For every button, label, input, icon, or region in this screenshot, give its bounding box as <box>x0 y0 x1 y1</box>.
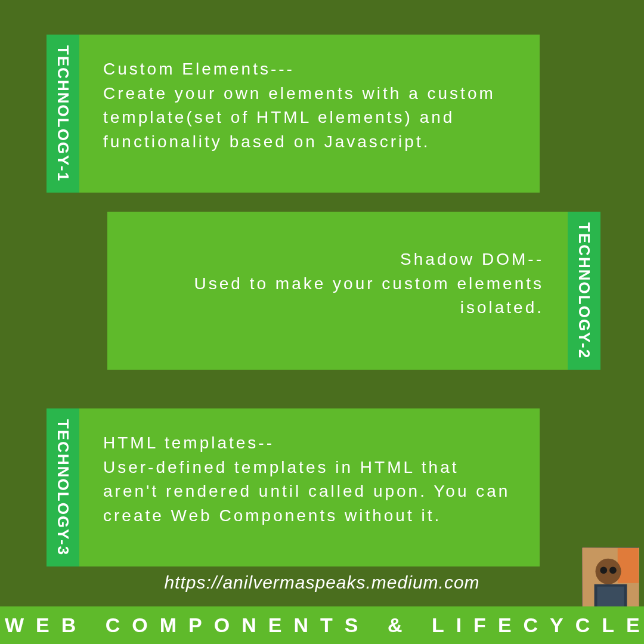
technology-body-2: Shadow DOM-- Used to make your custom el… <box>107 212 568 370</box>
footer-title: WEB COMPONENTS & LIFECYCLE <box>0 606 644 644</box>
technology-tab-1: TECHNOLOGY-1 <box>47 35 79 193</box>
technology-title-2: Shadow DOM-- <box>400 250 544 268</box>
technology-tab-2: TECHNOLOGY-2 <box>568 212 600 370</box>
svg-rect-1 <box>618 548 639 583</box>
author-avatar <box>582 547 639 608</box>
technology-tab-3: TECHNOLOGY-3 <box>47 408 79 566</box>
svg-point-6 <box>609 566 617 574</box>
source-url: https://anilvermaspeaks.medium.com <box>0 572 644 593</box>
technology-text-2: Used to make your custom elements isolat… <box>194 274 544 317</box>
technology-title-1: Custom Elements--- <box>103 60 295 78</box>
svg-rect-4 <box>597 587 624 608</box>
technology-card-3: TECHNOLOGY-3 HTML templates-- User-defin… <box>47 408 540 566</box>
technology-title-3: HTML templates-- <box>103 434 274 452</box>
svg-point-5 <box>600 566 607 574</box>
technology-body-3: HTML templates-- User-defined templates … <box>79 408 540 566</box>
technology-card-1: TECHNOLOGY-1 Custom Elements--- Create y… <box>47 35 540 193</box>
technology-body-1: Custom Elements--- Create your own eleme… <box>79 35 540 193</box>
svg-point-2 <box>596 559 621 584</box>
technology-card-2: Shadow DOM-- Used to make your custom el… <box>107 212 600 370</box>
technology-text-1: Create your own elements with a custom t… <box>103 84 496 151</box>
technology-text-3: User-defined templates in HTML that aren… <box>103 458 510 525</box>
